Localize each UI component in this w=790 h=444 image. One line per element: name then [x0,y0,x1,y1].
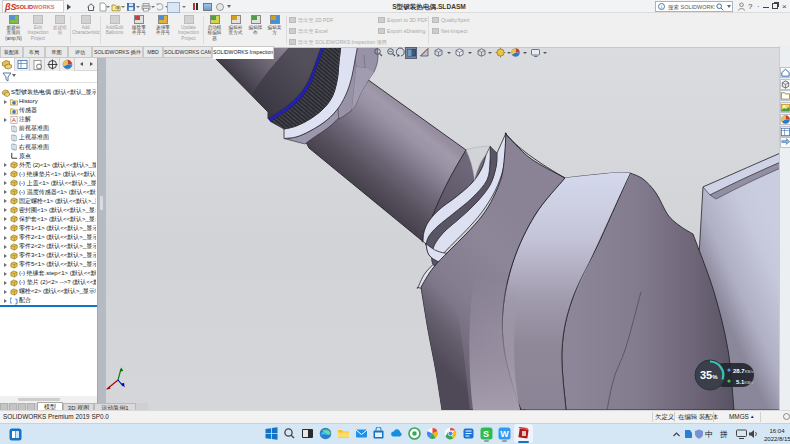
svg-text:28.7KB/s: 28.7KB/s [733,368,755,374]
svg-text:5.1KB/s: 5.1KB/s [736,379,754,385]
svg-text:S: S [483,429,489,439]
svg-text:SOLIDWORKS: SOLIDWORKS [16,4,55,10]
svg-text:βS: βS [4,2,17,12]
svg-text:W: W [500,429,509,439]
